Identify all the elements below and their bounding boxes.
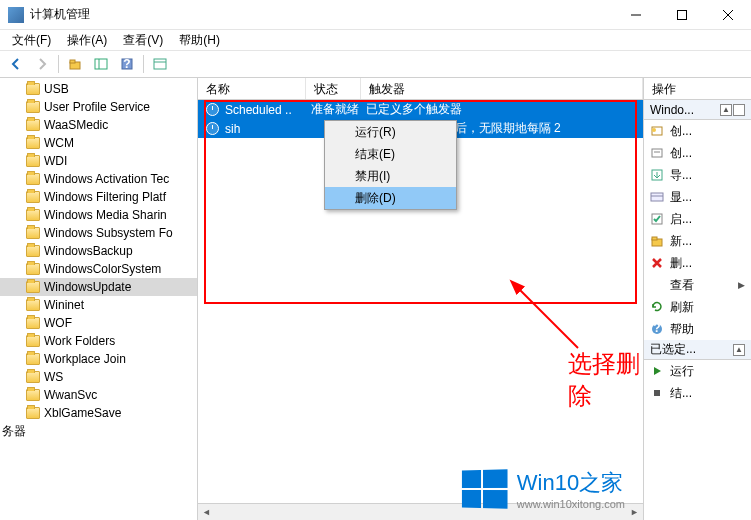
run-icon bbox=[650, 364, 664, 378]
action-new-folder[interactable]: 新... bbox=[644, 230, 751, 252]
tree-item-windows-filtering-platf[interactable]: Windows Filtering Platf bbox=[0, 188, 197, 206]
tree-item-work-folders[interactable]: Work Folders bbox=[0, 332, 197, 350]
toolbar-separator bbox=[143, 55, 144, 73]
annotation-text: 选择删除 bbox=[568, 348, 643, 412]
action-end[interactable]: 结... bbox=[644, 382, 751, 404]
help-button[interactable]: ? bbox=[115, 53, 139, 75]
svg-rect-15 bbox=[652, 149, 662, 157]
action-import[interactable]: 导... bbox=[644, 164, 751, 186]
scroll-right-button[interactable]: ► bbox=[626, 504, 643, 520]
context-menu-item[interactable]: 运行(R) bbox=[325, 121, 456, 143]
folder-icon bbox=[26, 353, 40, 365]
tree-footer-item[interactable]: 务器 bbox=[0, 422, 197, 440]
action-group-title: Windo... bbox=[650, 103, 694, 117]
close-button[interactable] bbox=[705, 0, 751, 30]
tree-label: User Profile Service bbox=[44, 100, 150, 114]
tree-item-usb[interactable]: USB bbox=[0, 80, 197, 98]
tree-item-windowscolorsystem[interactable]: WindowsColorSystem bbox=[0, 260, 197, 278]
up-button[interactable] bbox=[63, 53, 87, 75]
close-panel-icon[interactable] bbox=[733, 104, 745, 116]
tree-label: Workplace Join bbox=[44, 352, 126, 366]
back-button[interactable] bbox=[4, 53, 28, 75]
tree-item-workplace-join[interactable]: Workplace Join bbox=[0, 350, 197, 368]
folder-icon bbox=[26, 263, 40, 275]
menu-file[interactable]: 文件(F) bbox=[4, 30, 59, 51]
list-header: 名称 状态 触发器 bbox=[198, 78, 643, 100]
action-group-header-2[interactable]: 已选定... ▲ bbox=[644, 340, 751, 360]
tree-item-windows-subsystem-fo[interactable]: Windows Subsystem Fo bbox=[0, 224, 197, 242]
watermark-title: Win10之家 bbox=[517, 468, 623, 498]
action-run[interactable]: 运行 bbox=[644, 360, 751, 382]
folder-icon bbox=[26, 317, 40, 329]
action-group-header[interactable]: Windo... ▲ bbox=[644, 100, 751, 120]
menu-view[interactable]: 查看(V) bbox=[115, 30, 171, 51]
menu-action[interactable]: 操作(A) bbox=[59, 30, 115, 51]
tree-item-windowsbackup[interactable]: WindowsBackup bbox=[0, 242, 197, 260]
tree-panel[interactable]: USBUser Profile ServiceWaaSMedicWCMWDIWi… bbox=[0, 78, 198, 520]
svg-rect-6 bbox=[95, 59, 107, 69]
maximize-button[interactable] bbox=[659, 0, 705, 30]
action-create[interactable]: 创... bbox=[644, 142, 751, 164]
column-status[interactable]: 状态 bbox=[306, 78, 361, 99]
tree-item-windows-media-sharin[interactable]: Windows Media Sharin bbox=[0, 206, 197, 224]
tree-label: WindowsBackup bbox=[44, 244, 133, 258]
tree-item-ws[interactable]: WS bbox=[0, 368, 197, 386]
tree-label: WOF bbox=[44, 316, 72, 330]
create-icon bbox=[650, 146, 664, 160]
tree-label: WwanSvc bbox=[44, 388, 97, 402]
context-menu-item[interactable]: 禁用(I) bbox=[325, 165, 456, 187]
action-help[interactable]: ?帮助 bbox=[644, 318, 751, 340]
folder-icon bbox=[26, 191, 40, 203]
new-folder-icon bbox=[650, 234, 664, 248]
tree-item-user-profile-service[interactable]: User Profile Service bbox=[0, 98, 197, 116]
action-label: 结... bbox=[670, 385, 692, 402]
tree-item-wininet[interactable]: Wininet bbox=[0, 296, 197, 314]
actions-header: 操作 bbox=[644, 78, 751, 100]
tree-item-windowsupdate[interactable]: WindowsUpdate bbox=[0, 278, 197, 296]
svg-rect-10 bbox=[154, 59, 166, 69]
tree-label: Work Folders bbox=[44, 334, 115, 348]
svg-point-14 bbox=[652, 128, 656, 132]
tree-item-xblgamesave[interactable]: XblGameSave bbox=[0, 404, 197, 422]
folder-icon bbox=[26, 155, 40, 167]
show-hide-button[interactable] bbox=[89, 53, 113, 75]
tree-item-windows-activation-tec[interactable]: Windows Activation Tec bbox=[0, 170, 197, 188]
window-title: 计算机管理 bbox=[30, 6, 613, 23]
context-menu-item[interactable]: 删除(D) bbox=[325, 187, 456, 209]
action-label: 显... bbox=[670, 189, 692, 206]
action-create-basic[interactable]: 创... bbox=[644, 120, 751, 142]
collapse-icon[interactable]: ▲ bbox=[733, 344, 745, 356]
action-group-title-2: 已选定... bbox=[650, 341, 696, 358]
column-name[interactable]: 名称 bbox=[198, 78, 306, 99]
tree-item-wcm[interactable]: WCM bbox=[0, 134, 197, 152]
context-menu-item[interactable]: 结束(E) bbox=[325, 143, 456, 165]
action-delete[interactable]: 删... bbox=[644, 252, 751, 274]
menu-help[interactable]: 帮助(H) bbox=[171, 30, 228, 51]
clock-icon bbox=[206, 122, 219, 135]
folder-icon bbox=[26, 101, 40, 113]
main-area: USBUser Profile ServiceWaaSMedicWCMWDIWi… bbox=[0, 78, 751, 520]
tree-item-wwansvc[interactable]: WwanSvc bbox=[0, 386, 197, 404]
forward-button[interactable] bbox=[30, 53, 54, 75]
import-icon bbox=[650, 168, 664, 182]
watermark: Win10之家 www.win10xitong.com bbox=[461, 468, 625, 510]
action-enable[interactable]: 启... bbox=[644, 208, 751, 230]
tree-item-wof[interactable]: WOF bbox=[0, 314, 197, 332]
tree-item-wdi[interactable]: WDI bbox=[0, 152, 197, 170]
folder-icon bbox=[26, 227, 40, 239]
column-trigger[interactable]: 触发器 bbox=[361, 78, 643, 99]
minimize-button[interactable] bbox=[613, 0, 659, 30]
clock-icon bbox=[206, 103, 219, 116]
title-bar: 计算机管理 bbox=[0, 0, 751, 30]
task-row[interactable]: Scheduled ..准备就绪已定义多个触发器 bbox=[198, 100, 643, 119]
action-view[interactable]: 查看▶ bbox=[644, 274, 751, 296]
action-display[interactable]: 显... bbox=[644, 186, 751, 208]
scroll-left-button[interactable]: ◄ bbox=[198, 504, 215, 520]
properties-button[interactable] bbox=[148, 53, 172, 75]
action-refresh[interactable]: 刷新 bbox=[644, 296, 751, 318]
svg-rect-5 bbox=[70, 60, 75, 63]
collapse-icon[interactable]: ▲ bbox=[720, 104, 732, 116]
display-icon bbox=[650, 190, 664, 204]
tree-item-waasmedic[interactable]: WaaSMedic bbox=[0, 116, 197, 134]
enable-icon bbox=[650, 212, 664, 226]
